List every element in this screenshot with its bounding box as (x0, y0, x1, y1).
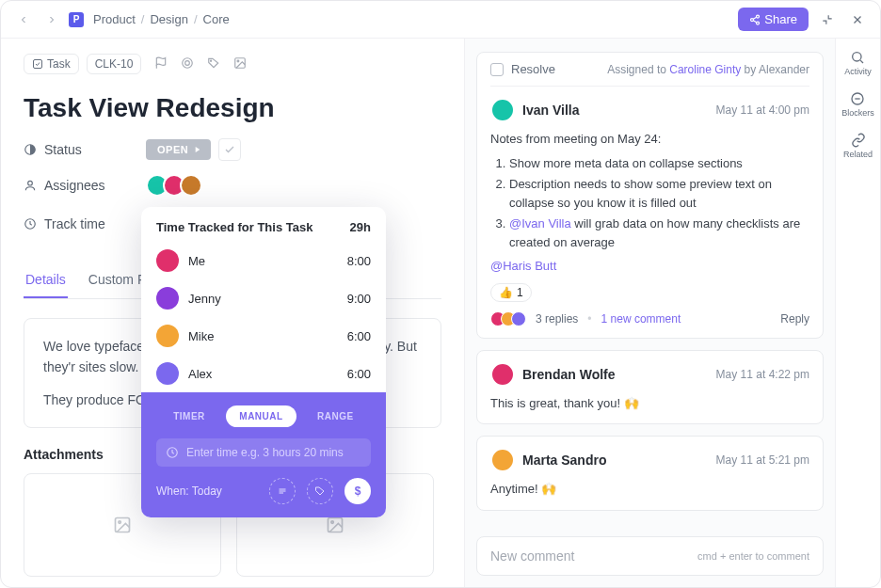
person-row[interactable]: Jenny9:00 (141, 279, 386, 317)
person-name: Mike (188, 329, 214, 343)
new-comment-hint: cmd + enter to comment (697, 550, 809, 562)
avatar[interactable] (490, 448, 515, 472)
resolve-label[interactable]: Resolve (511, 62, 555, 76)
clock-icon (166, 446, 179, 459)
person-name: Alex (188, 367, 212, 381)
blockers-icon (850, 91, 865, 106)
sidebar-related[interactable]: Related (843, 133, 873, 159)
tab-details[interactable]: Details (24, 262, 68, 298)
tag-icon[interactable] (207, 56, 220, 72)
track-time-label: Track time (24, 216, 146, 231)
svg-point-21 (331, 521, 334, 524)
person-time: 9:00 (347, 292, 371, 306)
person-row[interactable]: Mike6:00 (141, 317, 386, 355)
time-entry-input[interactable]: Enter time e.g. 3 hours 20 mins (156, 438, 371, 467)
time-entry-placeholder: Enter time e.g. 3 hours 20 mins (186, 446, 344, 459)
task-type-chip[interactable]: Task (24, 54, 79, 74)
thumbs-up-icon: 👍 (499, 286, 513, 299)
comment-time: May 11 at 5:21 pm (716, 453, 809, 467)
target-icon[interactable] (181, 56, 194, 72)
assigned-to: Assigned to Caroline Ginty by Alexander (607, 63, 809, 76)
mention-link[interactable]: @Ivan Villa (509, 216, 571, 230)
status-value: OPEN (157, 144, 188, 155)
comment-body: This is great, thank you! 🙌 (490, 394, 809, 413)
avatar (156, 325, 179, 347)
comment-card: Marta Sandro May 11 at 5:21 pm Anytime! … (476, 436, 824, 511)
share-icon (749, 14, 761, 25)
svg-point-0 (757, 15, 760, 18)
svg-marker-15 (196, 147, 200, 152)
mode-range[interactable]: RANGE (304, 405, 367, 427)
popover-total: 29h (350, 220, 371, 234)
task-type-label: Task (47, 57, 71, 71)
avatar[interactable] (490, 362, 515, 387)
svg-point-11 (211, 60, 212, 61)
comment-time: May 11 at 4:00 pm (716, 103, 809, 117)
play-icon (194, 146, 201, 153)
flag-icon[interactable] (154, 56, 168, 72)
replies-count[interactable]: 3 replies (536, 312, 578, 326)
assignees-label: Assignees (24, 178, 146, 193)
tag-button[interactable] (307, 478, 333, 504)
share-button[interactable]: Share (738, 8, 809, 31)
crumb-0[interactable]: Product (93, 12, 136, 26)
sidebar-blockers[interactable]: Blockers (841, 91, 874, 118)
avatar[interactable] (180, 174, 202, 197)
comment-author[interactable]: Ivan Villa (522, 103, 579, 118)
assignee-stack[interactable] (146, 174, 202, 197)
time-tracked-popover: Time Tracked for This Task 29h Me8:00Jen… (141, 207, 386, 517)
new-comment-link[interactable]: 1 new comment (601, 312, 681, 326)
topbar: P Product/ Design/ Core Share (1, 1, 880, 39)
status-icon (24, 143, 37, 156)
comment-body: Anytime! 🙌 (490, 480, 809, 499)
person-row[interactable]: Me8:00 (141, 242, 386, 279)
close-icon[interactable] (846, 8, 869, 31)
nav-back[interactable] (12, 8, 35, 31)
person-time: 6:00 (347, 329, 371, 343)
reply-avatar-stack[interactable] (490, 311, 526, 326)
assignee-link[interactable]: Caroline Ginty (669, 63, 741, 76)
check-square-icon (32, 58, 43, 70)
crumb-2[interactable]: Core (203, 12, 230, 26)
person-name: Jenny (188, 292, 221, 306)
resolve-checkbox[interactable] (490, 63, 504, 76)
mention-link[interactable]: @Haris Butt (490, 259, 556, 273)
reaction-count: 1 (517, 286, 523, 299)
image-icon[interactable] (233, 56, 247, 72)
billable-button[interactable]: $ (344, 478, 371, 504)
sidebar-activity[interactable]: Activity (844, 50, 872, 76)
nav-forward[interactable] (40, 8, 63, 31)
popover-title: Time Tracked for This Task (156, 220, 312, 234)
breadcrumb[interactable]: P Product/ Design/ Core (69, 12, 230, 27)
image-placeholder-icon (113, 516, 132, 534)
comment-author[interactable]: Brendan Wolfe (522, 367, 616, 382)
svg-point-22 (853, 53, 861, 61)
mode-manual[interactable]: MANUAL (226, 405, 296, 427)
task-id-chip[interactable]: CLK-10 (87, 54, 142, 74)
svg-point-19 (119, 521, 120, 524)
svg-line-23 (861, 60, 864, 63)
comment-author[interactable]: Marta Sandro (522, 453, 606, 468)
search-icon (850, 50, 865, 65)
svg-point-1 (751, 18, 754, 21)
mode-timer[interactable]: TIMER (160, 405, 218, 427)
person-row[interactable]: Alex6:00 (141, 355, 386, 392)
status-pill[interactable]: OPEN (146, 139, 211, 160)
page-title[interactable]: Task View Redesign (24, 93, 441, 123)
comment-thread: Resolve Assigned to Caroline Ginty by Al… (476, 52, 824, 339)
avatar (156, 362, 179, 385)
mark-complete-button[interactable] (218, 138, 241, 161)
svg-point-2 (757, 22, 760, 24)
new-comment-input[interactable]: New comment cmd + enter to comment (476, 536, 824, 576)
note-button[interactable] (269, 478, 296, 504)
avatar[interactable] (490, 98, 515, 122)
when-label[interactable]: When: Today (156, 485, 222, 498)
crumb-1[interactable]: Design (150, 12, 187, 26)
collapse-icon[interactable] (816, 8, 839, 31)
reaction-button[interactable]: 👍 1 (490, 283, 532, 302)
reply-button[interactable]: Reply (780, 312, 809, 326)
share-label: Share (764, 12, 797, 26)
avatar (156, 249, 179, 272)
space-badge: P (69, 12, 84, 27)
svg-point-9 (183, 57, 193, 68)
